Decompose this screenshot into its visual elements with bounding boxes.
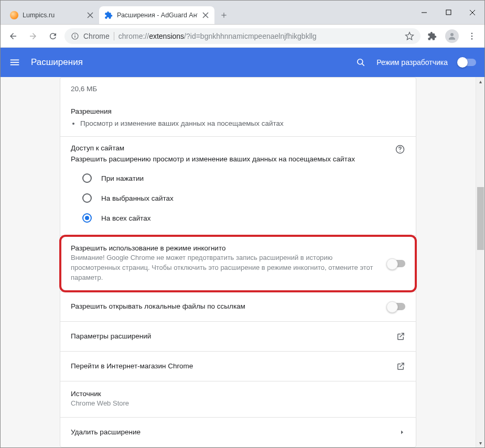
forward-button[interactable] (25, 28, 41, 45)
allow-incognito-toggle[interactable] (387, 260, 405, 267)
svg-point-15 (471, 35, 473, 37)
extensions-puzzle-icon[interactable] (424, 28, 440, 45)
browser-tab-extensions[interactable]: Расширения - AdGuard Антиба (99, 6, 214, 24)
omnibox-chip: Chrome (83, 32, 110, 40)
open-in-web-store-row[interactable]: Перейти в Интернет-магазин Chrome (60, 352, 416, 381)
scroll-up-arrow[interactable]: ▴ (476, 77, 484, 86)
window-close-button[interactable] (460, 1, 484, 25)
extension-options-label: Параметры расширений (71, 332, 387, 340)
permissions-title: Разрешения (71, 107, 405, 115)
svg-point-13 (450, 33, 454, 36)
radio-on-click[interactable]: При нажатии (82, 168, 405, 188)
svg-point-20 (358, 59, 363, 64)
bookmark-star-icon[interactable] (405, 31, 414, 41)
svg-rect-18 (10, 62, 19, 63)
scrollbar-thumb[interactable] (477, 187, 484, 250)
chrome-menu-button[interactable] (464, 28, 480, 45)
svg-rect-19 (10, 64, 19, 65)
radio-icon (82, 213, 92, 223)
window-minimize-button[interactable] (412, 1, 436, 25)
hamburger-menu-icon[interactable] (9, 57, 20, 68)
allow-file-urls-label: Разрешить открывать локальные файлы по с… (71, 302, 379, 310)
svg-point-14 (471, 32, 473, 34)
permission-item: Просмотр и изменение ваших данных на пос… (80, 118, 405, 129)
new-tab-button[interactable] (217, 8, 231, 23)
omnibox-separator (114, 32, 114, 40)
developer-mode-label: Режим разработчика (376, 58, 448, 67)
address-bar[interactable]: Chrome chrome://extensions/?id=bgnkhhnna… (64, 28, 421, 44)
chevron-right-icon (399, 429, 405, 435)
site-info-icon[interactable] (71, 32, 79, 40)
extensions-header-title: Расширения (31, 57, 345, 68)
open-external-icon (396, 332, 405, 341)
radio-icon (82, 193, 92, 203)
radio-on-all-sites[interactable]: На всех сайтах (82, 208, 405, 228)
close-tab-icon[interactable] (87, 12, 94, 19)
profile-avatar-button[interactable] (444, 28, 460, 45)
window-titlebar: Lumpics.ru Расширения - AdGuard Антиба (1, 1, 484, 25)
favicon-lumpics (10, 11, 18, 19)
window-maximize-button[interactable] (436, 1, 460, 25)
window-controls (412, 1, 484, 24)
site-access-title: Доступ к сайтам (71, 144, 405, 152)
svg-rect-7 (446, 10, 451, 15)
close-tab-icon[interactable] (202, 12, 209, 19)
source-row: Источник Chrome Web Store (60, 381, 416, 417)
extension-size-value: 20,6 МБ (71, 85, 405, 93)
allow-file-urls-row: Разрешить открывать локальные файлы по с… (60, 292, 416, 321)
extension-details-content: 20,6 МБ Разрешения Просмотр и изменение … (1, 77, 476, 447)
reload-button[interactable] (45, 28, 61, 45)
avatar-icon (445, 29, 459, 43)
remove-extension-label: Удалить расширение (71, 428, 391, 436)
svg-point-11 (74, 34, 76, 35)
radio-on-specific-sites[interactable]: На выбранных сайтах (82, 188, 405, 208)
allow-incognito-row: Разрешить использование в режиме инкогни… (60, 236, 416, 291)
allow-incognito-title: Разрешить использование в режиме инкогни… (71, 244, 379, 252)
browser-tab-lumpics[interactable]: Lumpics.ru (5, 6, 99, 24)
radio-label: При нажатии (101, 174, 144, 182)
allow-incognito-warning: Внимание! Google Chrome не может предотв… (71, 253, 379, 283)
svg-point-23 (400, 151, 401, 152)
svg-point-16 (471, 38, 473, 39)
scroll-down-arrow[interactable]: ▾ (476, 439, 484, 447)
back-button[interactable] (5, 28, 21, 45)
tab-title: Lumpics.ru (23, 12, 82, 19)
allow-file-urls-toggle[interactable] (387, 303, 405, 310)
browser-tabs: Lumpics.ru Расширения - AdGuard Антиба (1, 1, 412, 24)
site-access-desc: Разрешить расширению просмотр и изменени… (71, 155, 405, 163)
radio-label: На выбранных сайтах (101, 194, 174, 202)
extensions-header-bar: Расширения Режим разработчика (1, 48, 484, 77)
source-value: Chrome Web Store (71, 399, 405, 409)
radio-icon (82, 173, 92, 183)
favicon-extension-icon (104, 11, 113, 19)
open-external-icon (396, 362, 405, 371)
help-icon[interactable] (395, 144, 405, 155)
remove-extension-row[interactable]: Удалить расширение (60, 418, 416, 447)
omnibox-url: chrome://extensions/?id=bgnkhhnnamicmpee… (118, 32, 401, 40)
radio-label: На всех сайтах (101, 214, 151, 222)
source-title: Источник (71, 390, 405, 398)
browser-toolbar: Chrome chrome://extensions/?id=bgnkhhnna… (1, 25, 484, 48)
extension-options-row[interactable]: Параметры расширений (60, 322, 416, 351)
svg-line-21 (362, 64, 364, 66)
svg-rect-12 (74, 36, 75, 38)
developer-mode-toggle[interactable] (458, 59, 476, 66)
open-in-web-store-label: Перейти в Интернет-магазин Chrome (71, 362, 387, 370)
vertical-scrollbar[interactable]: ▴ ▾ (476, 77, 484, 447)
tab-title: Расширения - AdGuard Антиба (117, 12, 198, 19)
search-icon[interactable] (355, 57, 366, 68)
permissions-list: Просмотр и изменение ваших данных на пос… (71, 118, 405, 129)
svg-rect-17 (10, 60, 19, 61)
